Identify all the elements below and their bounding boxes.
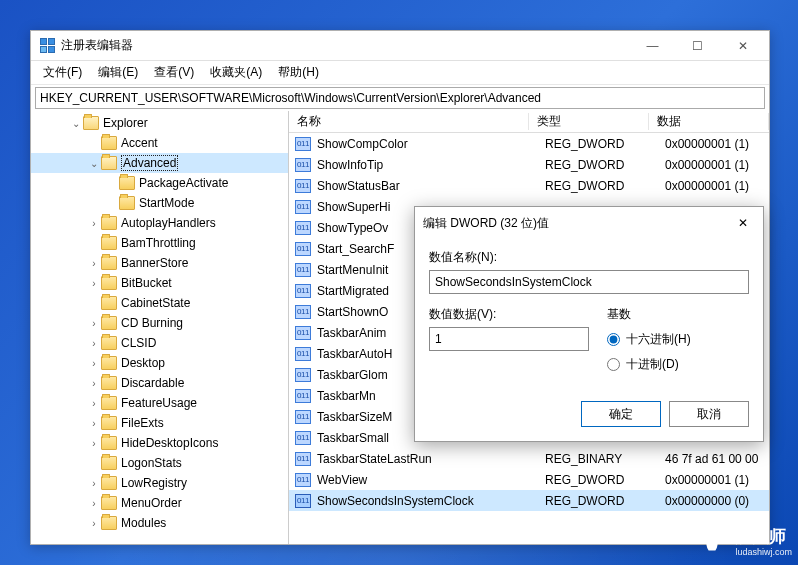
dword-icon: 011 — [295, 137, 311, 151]
ok-button[interactable]: 确定 — [581, 401, 661, 427]
column-headers[interactable]: 名称 类型 数据 — [289, 111, 769, 133]
chevron-right-icon: › — [87, 278, 101, 289]
watermark-cn: 鹿大师 — [735, 527, 792, 547]
folder-icon — [101, 256, 117, 270]
watermark-en: ludashiwj.com — [735, 547, 792, 557]
col-type[interactable]: 类型 — [529, 113, 649, 130]
chevron-right-icon: › — [87, 218, 101, 229]
chevron-right-icon: › — [87, 378, 101, 389]
tree-item-lowregistry[interactable]: ›LowRegistry — [31, 473, 288, 493]
tree-item-autoplayhandlers[interactable]: ›AutoplayHandlers — [31, 213, 288, 233]
value-name: WebView — [317, 473, 545, 487]
value-type: REG_DWORD — [545, 179, 665, 193]
dword-icon: 011 — [295, 368, 311, 382]
dialog-close-button[interactable]: ✕ — [731, 213, 755, 233]
folder-icon — [83, 116, 99, 130]
value-name: TaskbarStateLastRun — [317, 452, 545, 466]
dword-icon: 011 — [295, 431, 311, 445]
dword-icon: 011 — [295, 263, 311, 277]
chevron-right-icon: › — [87, 518, 101, 529]
value-name: ShowCompColor — [317, 137, 545, 151]
chevron-down-icon: ⌄ — [69, 118, 83, 129]
folder-icon — [101, 276, 117, 290]
menu-edit[interactable]: 编辑(E) — [90, 61, 146, 84]
dialog-titlebar[interactable]: 编辑 DWORD (32 位)值 ✕ — [415, 207, 763, 239]
dword-icon: 011 — [295, 158, 311, 172]
tree-pane[interactable]: ⌄Explorer Accent ⌄Advanced PackageActiva… — [31, 111, 289, 544]
tree-item-bitbucket[interactable]: ›BitBucket — [31, 273, 288, 293]
tree-item-fileexts[interactable]: ›FileExts — [31, 413, 288, 433]
folder-icon — [101, 496, 117, 510]
chevron-right-icon: › — [87, 398, 101, 409]
folder-icon — [101, 356, 117, 370]
chevron-right-icon: › — [87, 318, 101, 329]
col-name[interactable]: 名称 — [289, 113, 529, 130]
tree-item-cabinetstate[interactable]: CabinetState — [31, 293, 288, 313]
folder-icon — [101, 236, 117, 250]
folder-icon — [101, 156, 117, 170]
edit-dword-dialog: 编辑 DWORD (32 位)值 ✕ 数值名称(N): 数值数据(V): 基数 … — [414, 206, 764, 442]
tree-item-advanced[interactable]: ⌄Advanced — [31, 153, 288, 173]
tree-item-hidedesktopicons[interactable]: ›HideDesktopIcons — [31, 433, 288, 453]
value-type: REG_DWORD — [545, 137, 665, 151]
dword-icon: 011 — [295, 389, 311, 403]
cancel-button[interactable]: 取消 — [669, 401, 749, 427]
tree-item-packageactivate[interactable]: PackageActivate — [31, 173, 288, 193]
value-row[interactable]: 011ShowSecondsInSystemClockREG_DWORD0x00… — [289, 490, 769, 511]
address-text: HKEY_CURRENT_USER\SOFTWARE\Microsoft\Win… — [40, 91, 541, 105]
menu-help[interactable]: 帮助(H) — [270, 61, 327, 84]
tree-item-desktop[interactable]: ›Desktop — [31, 353, 288, 373]
tree-item-cdburning[interactable]: ›CD Burning — [31, 313, 288, 333]
folder-icon — [101, 396, 117, 410]
radix-dec-radio[interactable] — [607, 358, 620, 371]
menu-favorites[interactable]: 收藏夹(A) — [202, 61, 270, 84]
value-data-field[interactable] — [429, 327, 589, 351]
minimize-button[interactable]: — — [630, 32, 675, 60]
value-row[interactable]: 011ShowInfoTipREG_DWORD0x00000001 (1) — [289, 154, 769, 175]
titlebar[interactable]: 注册表编辑器 — ☐ ✕ — [31, 31, 769, 61]
tree-item-modules[interactable]: ›Modules — [31, 513, 288, 533]
tree-item-startmode[interactable]: StartMode — [31, 193, 288, 213]
chevron-right-icon: › — [87, 478, 101, 489]
dword-icon: 011 — [295, 305, 311, 319]
value-data: 0x00000000 (0) — [665, 494, 769, 508]
radix-label: 基数 — [607, 306, 631, 323]
address-bar[interactable]: HKEY_CURRENT_USER\SOFTWARE\Microsoft\Win… — [35, 87, 765, 109]
tree-item-accent[interactable]: Accent — [31, 133, 288, 153]
tree-item-bannerstore[interactable]: ›BannerStore — [31, 253, 288, 273]
close-button[interactable]: ✕ — [720, 32, 765, 60]
value-type: REG_DWORD — [545, 494, 665, 508]
value-data: 46 7f ad 61 00 00 — [665, 452, 769, 466]
folder-icon — [101, 316, 117, 330]
tree-item-clsid[interactable]: ›CLSID — [31, 333, 288, 353]
value-name: ShowStatusBar — [317, 179, 545, 193]
col-data[interactable]: 数据 — [649, 113, 769, 130]
value-type: REG_BINARY — [545, 452, 665, 466]
chevron-right-icon: › — [87, 338, 101, 349]
dword-icon: 011 — [295, 494, 311, 508]
value-name-field[interactable] — [429, 270, 749, 294]
value-row[interactable]: 011ShowCompColorREG_DWORD0x00000001 (1) — [289, 133, 769, 154]
chevron-right-icon: › — [87, 358, 101, 369]
menu-view[interactable]: 查看(V) — [146, 61, 202, 84]
tree-item-featureusage[interactable]: ›FeatureUsage — [31, 393, 288, 413]
tree-item-logonstats[interactable]: LogonStats — [31, 453, 288, 473]
window-title: 注册表编辑器 — [61, 37, 630, 54]
tree-item-discardable[interactable]: ›Discardable — [31, 373, 288, 393]
value-row[interactable]: 011WebViewREG_DWORD0x00000001 (1) — [289, 469, 769, 490]
dword-icon: 011 — [295, 452, 311, 466]
tree-expand-line[interactable]: ⌄Explorer — [31, 113, 288, 133]
tree-item-menuorder[interactable]: ›MenuOrder — [31, 493, 288, 513]
chevron-right-icon: › — [87, 418, 101, 429]
maximize-button[interactable]: ☐ — [675, 32, 720, 60]
chevron-right-icon: › — [87, 258, 101, 269]
radix-hex-radio[interactable] — [607, 333, 620, 346]
radix-hex-label: 十六进制(H) — [626, 331, 691, 348]
dword-icon: 011 — [295, 347, 311, 361]
menu-file[interactable]: 文件(F) — [35, 61, 90, 84]
tree-item-bamthrottling[interactable]: BamThrottling — [31, 233, 288, 253]
menubar: 文件(F) 编辑(E) 查看(V) 收藏夹(A) 帮助(H) — [31, 61, 769, 85]
value-row[interactable]: 011ShowStatusBarREG_DWORD0x00000001 (1) — [289, 175, 769, 196]
value-row[interactable]: 011TaskbarStateLastRunREG_BINARY46 7f ad… — [289, 448, 769, 469]
dword-icon: 011 — [295, 410, 311, 424]
